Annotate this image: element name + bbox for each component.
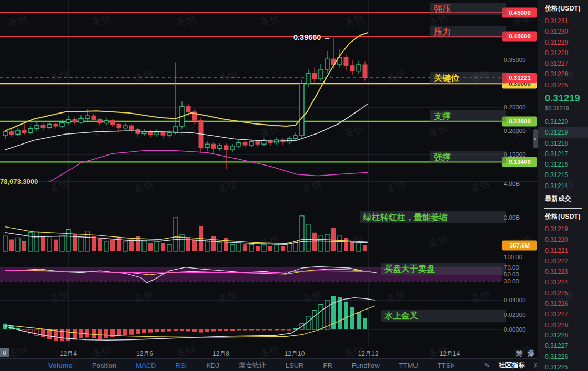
date-tick: 12月8 [212,349,229,358]
tab-position[interactable]: Position [92,362,116,369]
tab-kdj[interactable]: KDJ [206,362,219,369]
indicator-tabs: VolumePositionMACDRSIKDJ爆仓统计LSURFRFundfl… [0,360,452,370]
tab-ttmu[interactable]: TTMU [399,362,418,369]
price-row[interactable]: 0.31226 [538,298,588,309]
price-row[interactable]: 0.31230 [538,26,588,37]
price-row[interactable]: 0.31219 [538,224,588,234]
chevron-right-icon[interactable]: › [452,362,454,369]
price-row[interactable]: 0.31220 [538,117,588,127]
date-tick: 12月12 [358,349,379,358]
tab-lsur[interactable]: LSUR [286,362,304,369]
date-tick: 12月14 [440,349,460,358]
tab-macd[interactable]: MACD [136,362,156,369]
price-row[interactable]: 0.31215 [538,170,588,180]
price-row[interactable]: 0.31231 [538,16,588,26]
high-price-label: 0.39660 → [293,33,331,42]
trade-sell-list: 0.312190.312200.312210.312220.312230.312… [538,224,588,331]
date-tick: 12月6 [136,349,153,358]
order-book-header: 价格(USDT) [538,4,588,13]
price-row[interactable]: 0.31228 [538,330,588,341]
price-row[interactable]: 0.31225 [538,362,588,371]
price-row[interactable]: 0.31216 [538,159,588,170]
tab-volume[interactable]: Volume [48,362,73,369]
price-row[interactable]: 0.31227 [538,58,588,69]
date-axis[interactable]: 0 12月412月612月812月1012月1212月14筹爆 [0,347,538,359]
date-axis-edge-label: 0 [0,348,9,357]
bid-price-list: 0.312200.312190.312180.312170.312160.312… [538,117,588,191]
price-row[interactable]: 0.31217 [538,149,588,159]
last-price[interactable]: 0.31219 [545,92,580,104]
price-row[interactable]: 0.31225 [538,80,588,90]
price-row[interactable]: 0.31223 [538,266,588,277]
left-axis-value: 78,073.3000 [0,178,38,186]
trading-chart-app: 0.350000.250000.200000.150004.00B2.00B10… [0,0,588,371]
date-tick: 12月10 [285,349,305,358]
toolbar-item-community[interactable]: 社区指标 [499,361,525,370]
divider [544,208,582,209]
indicator-toolbar: VolumePositionMACDRSIKDJ爆仓统计LSURFRFundfl… [0,358,538,371]
latest-trades-title: 最新成交 [538,194,588,203]
price-row[interactable]: 0.31220 [538,234,588,245]
price-row[interactable]: 0.31218 [538,138,588,149]
price-row[interactable]: 0.31227 [538,309,588,320]
last-price-usd: $0.31219 [545,105,569,111]
tab-爆仓统计[interactable]: 爆仓统计 [239,360,266,370]
tab-fundflow[interactable]: Fundflow [352,362,380,369]
edit-icon[interactable]: ✎ [484,362,490,369]
price-row[interactable]: 0.31221 [538,245,588,256]
chart-canvas[interactable] [0,0,538,347]
price-row[interactable]: 0.31225 [538,288,588,298]
price-row[interactable]: 0.31214 [538,181,588,191]
order-book-panel: 价格(USDT) 0.312310.312300.312290.312280.3… [538,0,588,371]
price-row[interactable]: 0.31222 [538,256,588,266]
chip-liquidation[interactable]: 爆 [528,349,534,358]
price-row[interactable]: 0.31226 [538,69,588,79]
chevron-right-icon: ▸ [534,136,537,141]
date-tick: 12月4 [60,349,77,358]
chip-chips[interactable]: 筹 [516,349,523,358]
tab-ttsi[interactable]: TTSI [438,362,452,369]
price-row[interactable]: 0.31228 [538,320,588,331]
price-row[interactable]: 0.31219 [538,127,588,138]
trade-buy-list: 0.312280.312270.312260.31225 [538,330,588,371]
price-row[interactable]: 0.31229 [538,37,588,48]
tab-rsi[interactable]: RSI [176,362,187,369]
trades-header: 价格(USDT) [538,212,588,221]
price-row[interactable]: 0.31226 [538,352,588,362]
ask-price-list: 0.312310.312300.312290.312280.312270.312… [538,16,588,90]
tab-fr[interactable]: FR [323,362,332,369]
price-row[interactable]: 0.31228 [538,48,588,58]
price-row[interactable]: 0.31224 [538,277,588,287]
price-row[interactable]: 0.31227 [538,341,588,351]
